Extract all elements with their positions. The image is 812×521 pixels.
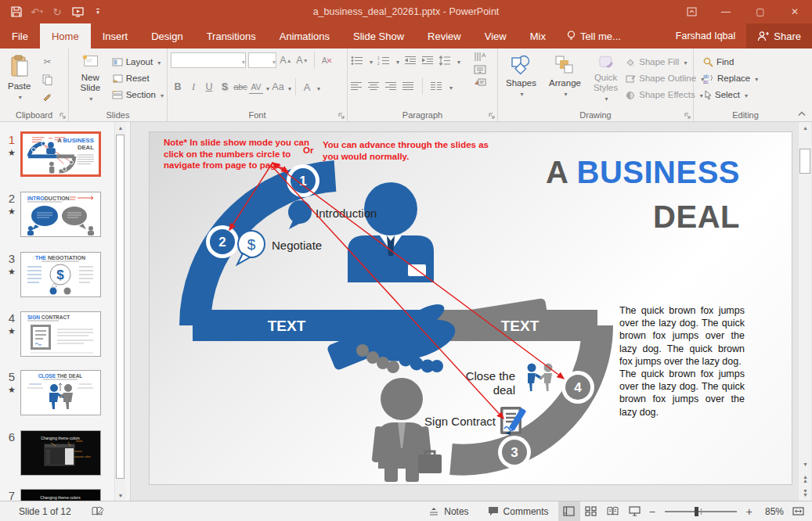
maximize-button[interactable]: ▢ [743,0,778,23]
convert-smartart-icon[interactable] [474,77,486,87]
customize-qat-icon[interactable]: ▾ [89,3,106,20]
spell-check-icon[interactable] [92,506,104,517]
normal-view-button[interactable] [558,501,580,521]
justify-icon[interactable] [402,81,414,91]
tab-review[interactable]: Review [416,23,473,49]
scrollbar-thumb[interactable] [799,149,810,174]
slide-body-text[interactable]: The quick brown fox jumps over the lazy … [619,304,745,419]
cut-icon[interactable]: ✂ [38,55,56,69]
zoom-out-button[interactable]: − [646,505,659,518]
align-left-icon[interactable] [351,81,363,91]
advance-note-text[interactable]: You can advance through the slides as yo… [323,139,489,162]
font-dialog-launcher-icon[interactable] [338,113,345,119]
arrange-button[interactable]: Arrange [544,52,586,107]
fit-slide-to-window-button[interactable] [787,501,809,521]
clear-formatting-icon[interactable]: A [319,53,334,67]
share-button[interactable]: Share [746,23,812,49]
italic-button[interactable]: I [186,80,200,94]
line-spacing-icon[interactable] [438,56,451,66]
tell-me-box[interactable]: Tell me... [558,23,630,49]
tab-mix[interactable]: Mix [518,23,558,49]
bullets-icon[interactable] [351,56,363,66]
drawing-dialog-launcher-icon[interactable] [684,113,691,119]
section-button[interactable]: Section [112,88,164,102]
undo-icon[interactable]: ↶▾ [28,3,45,20]
layout-button[interactable]: Layout [112,55,164,69]
find-button[interactable]: Find [703,55,758,69]
clipboard-dialog-launcher-icon[interactable] [60,113,66,119]
close-button[interactable]: ✕ [778,0,812,23]
slideshow-note-text[interactable]: Note* In slide show mode you can click o… [164,137,309,171]
start-slideshow-icon[interactable] [69,3,86,20]
replace-button[interactable]: abac Replace [703,71,758,85]
redo-icon[interactable]: ↻ [49,3,66,20]
tab-home[interactable]: Home [40,23,91,49]
signed-in-user[interactable]: Farshad Iqbal [676,23,746,49]
numbering-icon[interactable]: 12 [377,56,390,66]
ribbon-display-options-icon[interactable] [674,0,709,23]
shapes-button[interactable]: Shapes [501,52,541,107]
select-button[interactable]: Select [703,88,758,102]
zoom-in-button[interactable]: + [743,505,756,518]
slide-4-thumbnail[interactable]: SIGN CONTRACT [20,311,101,357]
tab-transitions[interactable]: Transitions [195,23,268,49]
slide-5-thumbnail[interactable]: CLOSE THE DEAL [20,370,101,415]
change-case-button[interactable]: Aa [271,80,285,94]
character-spacing-button[interactable]: AV [249,80,263,94]
shape-outline-button[interactable]: Shape Outline [626,71,704,85]
slide-6-thumbnail[interactable]: Changing theme colors themecolors [20,430,101,476]
previous-slide-icon[interactable]: ▲▲ [799,472,812,484]
decrease-font-size-button[interactable]: A▼ [295,53,309,67]
slide-sorter-view-button[interactable] [580,501,602,521]
next-slide-icon[interactable]: ▼▼ [799,487,812,498]
format-painter-icon[interactable] [38,91,56,105]
slide-1-thumbnail[interactable]: A BUSINESS DEAL [20,131,101,177]
slide-counter[interactable]: Slide 1 of 12 [19,506,71,517]
scroll-down-icon[interactable]: ▼ [799,458,812,470]
paragraph-dialog-launcher-icon[interactable] [489,113,495,119]
minimize-button[interactable]: — [709,0,743,23]
reading-view-button[interactable] [602,501,624,521]
reset-button[interactable]: Reset [112,71,164,85]
tab-slide-show[interactable]: Slide Show [341,23,416,49]
increase-font-size-button[interactable]: A▲ [279,53,293,67]
tab-insert[interactable]: Insert [91,23,140,49]
slide-2-thumbnail[interactable]: INTRODUCTION [20,192,101,237]
or-text[interactable]: Or [303,145,313,156]
tab-file[interactable]: File [0,23,40,49]
bold-button[interactable]: B [171,80,185,94]
paste-button[interactable]: Paste [3,52,35,107]
copy-icon[interactable] [38,73,56,87]
align-right-icon[interactable] [385,81,397,91]
shape-effects-button[interactable]: Shape Effects [626,88,704,102]
text-shadow-button[interactable]: S [218,80,232,94]
collapse-ribbon-icon[interactable] [798,111,806,117]
zoom-level[interactable]: 85% [756,506,787,517]
increase-indent-icon[interactable] [421,56,434,65]
comments-toggle[interactable]: Comments [478,501,558,521]
new-slide-button[interactable]: New Slide [72,52,109,107]
save-icon[interactable] [8,3,25,20]
columns-icon[interactable] [431,81,442,91]
strikethrough-button[interactable]: abc [233,80,247,94]
underline-button[interactable]: U [202,80,216,94]
thumbnail-scroll-up-icon[interactable]: ▲ [115,122,126,133]
scroll-up-icon[interactable]: ▲ [799,122,812,134]
thumbnail-scrollbar[interactable]: ▲ ▼ [114,122,125,501]
shape-fill-button[interactable]: Shape Fill [626,55,704,69]
slide-title[interactable]: A BUSINESS DEAL [546,154,740,235]
tab-design[interactable]: Design [139,23,194,49]
decrease-indent-icon[interactable] [404,56,417,65]
tab-animations[interactable]: Animations [268,23,341,49]
notes-toggle[interactable]: Notes [419,501,478,521]
slide-canvas[interactable]: 1 Introduction 2 $ Negotiate TEXT [149,131,792,485]
slide-show-view-button[interactable] [624,501,646,521]
main-vertical-scrollbar[interactable]: ▲ ▼ ▲▲ ▼▼ [798,122,811,501]
font-size-combobox[interactable] [248,52,276,68]
font-color-button[interactable]: A [300,80,314,94]
zoom-slider[interactable] [665,511,737,512]
slide-3-thumbnail[interactable]: THE NEGOTIATION $ [20,252,101,297]
align-center-icon[interactable] [368,81,380,91]
thumbnail-scroll-down-icon[interactable]: ▼ [115,490,126,501]
font-name-combobox[interactable] [171,52,246,68]
